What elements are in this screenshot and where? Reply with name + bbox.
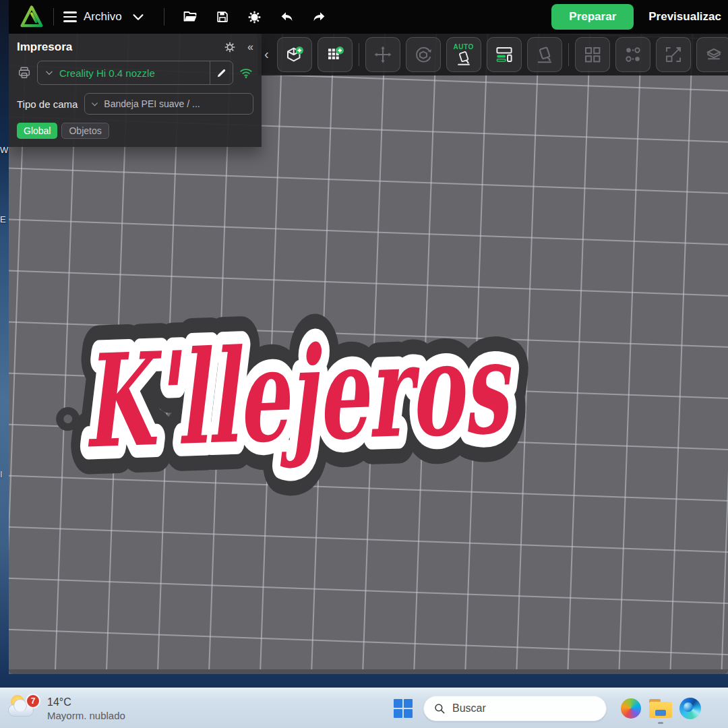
toolbar-divider [359, 43, 359, 66]
auto-orient-icon [455, 49, 473, 67]
undo-button[interactable] [276, 5, 299, 28]
tab-preview[interactable]: Previsualizac [648, 10, 721, 24]
add-plate-icon [325, 44, 345, 65]
panel-collapse-icon[interactable]: « [247, 41, 253, 53]
edit-printer-button[interactable] [210, 61, 233, 84]
tab-prepare[interactable]: Preparar [551, 4, 634, 30]
keychain-model[interactable]: K'llejeros K'llejeros K'llejeros [26, 270, 565, 559]
windows-logo-icon [394, 699, 413, 718]
settings-button[interactable] [243, 5, 266, 28]
pencil-icon [216, 67, 227, 79]
save-button[interactable] [211, 5, 234, 28]
titlebar-divider [164, 8, 164, 26]
weather-cloud-sun-icon: 7 [8, 694, 40, 723]
hamburger-icon [63, 11, 77, 22]
printer-icon [17, 65, 32, 80]
model-text-layer: K'llejeros [80, 312, 514, 477]
bed-type-dropdown[interactable]: Bandeja PEI suave / ... [84, 93, 253, 115]
titlebar-divider [53, 8, 54, 26]
gear-icon [247, 9, 262, 25]
support-button[interactable] [696, 37, 728, 72]
printer-name: Creality Hi 0.4 nozzle [59, 67, 210, 79]
clone-button[interactable] [615, 37, 650, 72]
notification-badge: 7 [26, 694, 40, 708]
edge-icon [679, 698, 701, 719]
search-input[interactable] [452, 702, 580, 715]
printer-panel-title: Impresora [17, 40, 72, 54]
folder-open-icon [182, 9, 198, 25]
copilot-icon [621, 698, 641, 719]
desktop-icon-label-fragment: W [0, 145, 8, 155]
taskbar-item-copilot[interactable] [616, 692, 646, 725]
tab-objects[interactable]: Objetos [61, 123, 109, 139]
scale-button[interactable] [656, 37, 691, 72]
file-explorer-icon [649, 699, 672, 718]
desktop-icon-label-fragment: E [0, 214, 6, 224]
lay-flat-icon [535, 44, 555, 65]
file-menu-label: Archivo [84, 10, 122, 24]
add-model-button[interactable] [277, 37, 312, 72]
printer-settings-gear-icon[interactable] [223, 40, 237, 54]
undo-icon [278, 9, 295, 26]
viewport-3d[interactable]: K'llejeros K'llejeros K'llejeros ‹ [9, 34, 728, 674]
titlebar: Archivo [9, 0, 728, 34]
start-button[interactable] [390, 695, 417, 722]
windows-taskbar: 7 14°C Mayorm. nublado [0, 688, 728, 728]
toolbar-collapse-chevron-icon[interactable]: ‹ [262, 47, 274, 63]
slicer-app-window: K'llejeros K'llejeros K'llejeros ‹ [9, 0, 728, 674]
creality-logo-icon [20, 5, 44, 29]
weather-widget[interactable]: 7 14°C Mayorm. nublado [8, 694, 125, 723]
save-icon [215, 9, 230, 24]
add-model-icon [284, 44, 305, 65]
build-plate-edge [9, 669, 728, 674]
chevron-down-icon [44, 68, 54, 78]
printer-panel: Impresora « [9, 34, 262, 147]
menu-chevron-down-icon[interactable] [127, 5, 150, 28]
running-app-indicator [658, 722, 663, 724]
search-icon [433, 702, 446, 715]
bed-type-label: Tipo de cama [17, 98, 78, 110]
bed-type-value: Bandeja PEI suave / ... [104, 98, 200, 109]
tab-global[interactable]: Global [17, 123, 57, 139]
auto-orient-button[interactable]: AUTO [446, 37, 481, 72]
rotate-button[interactable] [406, 37, 441, 72]
move-button[interactable] [365, 37, 400, 72]
lay-flat-button[interactable] [527, 37, 562, 72]
scale-icon [663, 44, 684, 65]
taskbar-search[interactable] [423, 696, 607, 721]
toolbar-divider [568, 43, 569, 66]
file-menu[interactable]: Archivo [63, 10, 122, 24]
arrange-icon [494, 44, 514, 65]
printer-select-dropdown[interactable]: Creality Hi 0.4 nozzle [37, 61, 233, 85]
split-to-parts-button[interactable] [575, 37, 610, 72]
weather-temperature: 14°C [47, 696, 125, 708]
move-icon [373, 44, 393, 65]
chevron-down-icon [90, 100, 99, 109]
desktop-wallpaper-strip: W E I [0, 0, 9, 688]
rotate-icon [413, 44, 433, 65]
wifi-icon[interactable] [239, 65, 253, 80]
taskbar-item-file-explorer[interactable] [646, 692, 675, 725]
redo-icon [311, 9, 328, 26]
desktop-icon-label-fragment: I [0, 469, 3, 479]
redo-button[interactable] [308, 5, 331, 28]
arrange-button[interactable] [487, 37, 522, 72]
open-file-button[interactable] [179, 5, 202, 28]
support-icon [704, 44, 724, 65]
clone-icon [623, 44, 643, 65]
screen: W E I K'llejeros K'llejeros K'llejeros ‹ [0, 0, 728, 728]
model-toolbar: ‹ [257, 34, 728, 75]
add-plate-button[interactable] [317, 37, 353, 72]
keyring-hole [59, 411, 76, 427]
weather-condition: Mayorm. nublado [47, 710, 125, 721]
split-parts-icon [582, 44, 603, 65]
taskbar-item-edge[interactable] [675, 692, 705, 725]
